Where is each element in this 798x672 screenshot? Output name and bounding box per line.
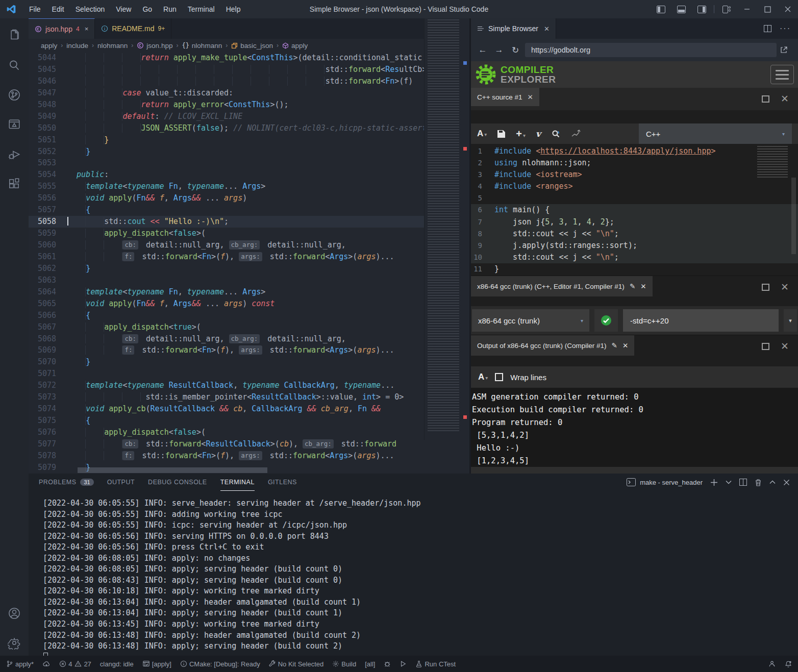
options-dropdown-icon[interactable]: ▾ <box>784 309 797 332</box>
activity-settings-icon[interactable] <box>0 630 29 656</box>
menu-run[interactable]: Run <box>158 5 182 13</box>
status-feedback[interactable] <box>768 660 776 667</box>
maximize-panel-icon[interactable] <box>769 480 776 484</box>
close-window-icon[interactable] <box>778 0 798 18</box>
menu-terminal[interactable]: Terminal <box>182 5 220 13</box>
wrap-lines-checkbox[interactable] <box>495 373 503 381</box>
breadcrumb-json.hpp[interactable]: json.hpp <box>137 42 172 49</box>
terminal-instance[interactable]: make - serve_header <box>627 478 703 486</box>
more-actions-icon[interactable]: ··· <box>780 24 791 33</box>
compiler-options-input[interactable]: -std=c++20 <box>623 309 779 332</box>
forward-icon[interactable]: → <box>492 45 506 55</box>
vim-mode-icon[interactable]: v <box>536 129 541 139</box>
open-external-icon[interactable] <box>780 46 793 54</box>
maximize-pane-icon[interactable] <box>762 284 769 291</box>
panel-tab-output[interactable]: OUTPUT <box>107 474 135 491</box>
terminal-dropdown-icon[interactable] <box>726 480 732 484</box>
reload-icon[interactable]: ↻ <box>509 45 522 56</box>
close-tab-icon[interactable]: × <box>85 25 89 33</box>
close-pane-icon[interactable]: ✕ <box>781 340 789 352</box>
tab-json.hpp[interactable]: json.hpp 4 × <box>29 18 95 39</box>
kill-terminal-icon[interactable] <box>755 479 762 486</box>
code-editor[interactable]: 5044 return apply_make_tuple<ConstThis>(… <box>29 52 468 474</box>
menu-help[interactable]: Help <box>220 5 246 13</box>
tab-README.md[interactable]: README.md 9+ <box>95 18 171 39</box>
menu-view[interactable]: View <box>110 5 137 13</box>
font-size-icon[interactable]: A▾ <box>477 129 487 139</box>
edit-output-name-icon[interactable]: ✎ <box>612 341 617 350</box>
toggle-sidebar-icon[interactable] <box>651 0 671 18</box>
activity-search-icon[interactable] <box>0 52 29 79</box>
status-git-branch[interactable]: apply* <box>6 660 34 668</box>
status-problems[interactable]: 427 <box>59 660 91 668</box>
close-compiler-icon[interactable]: ✕ <box>640 282 646 290</box>
compiler-pane-tab[interactable]: x86-64 gcc (trunk) (C++, Editor #1, Comp… <box>471 276 653 296</box>
terminal-content[interactable]: [2022-04-30 06:05:55] INFO: serve_header… <box>29 491 798 663</box>
new-terminal-icon[interactable] <box>710 479 718 486</box>
add-pane-icon[interactable]: +▾ <box>516 128 526 140</box>
activity-run-debug-icon[interactable] <box>0 141 29 167</box>
panel-tab-terminal[interactable]: TERMINAL <box>220 474 255 491</box>
close-source-icon[interactable]: ✕ <box>528 93 533 101</box>
customize-layout-icon[interactable] <box>716 0 737 18</box>
ce-logo-words[interactable]: COMPILER EXPLORER <box>501 65 556 84</box>
compiler-select[interactable]: x86-64 gcc (trunk) ▾ <box>472 309 589 332</box>
status-debug[interactable] <box>384 660 391 667</box>
activity-explorer-icon[interactable] <box>0 22 29 49</box>
horizontal-scrollbar[interactable] <box>78 467 267 473</box>
search-icon[interactable] <box>551 129 561 139</box>
maximize-icon[interactable] <box>757 0 778 18</box>
breadcrumb-apply[interactable]: apply <box>282 42 308 49</box>
font-size-icon[interactable]: A▾ <box>478 372 488 382</box>
status-notifications[interactable] <box>785 660 792 668</box>
save-icon[interactable] <box>497 130 506 138</box>
activity-source-control-icon[interactable] <box>0 82 29 108</box>
breadcrumb-basic_json[interactable]: basic_json <box>231 42 273 49</box>
close-output-icon[interactable]: ✕ <box>622 341 628 350</box>
activity-extensions-icon[interactable] <box>0 170 29 197</box>
status-clangd[interactable]: clangd: idle <box>100 660 134 668</box>
output-pane-tab[interactable]: Output of x86-64 gcc (trunk) (Compiler #… <box>471 335 634 356</box>
status-build[interactable]: Build <box>332 660 356 668</box>
edit-compiler-name-icon[interactable]: ✎ <box>630 282 635 290</box>
breadcrumb-include[interactable]: include <box>66 42 88 49</box>
menu-file[interactable]: File <box>23 5 46 13</box>
toggle-secondary-sidebar-icon[interactable] <box>691 0 712 18</box>
breadcrumb-nlohmann[interactable]: nlohmann <box>97 42 128 49</box>
godbolt-scrollbar[interactable] <box>791 178 796 254</box>
activity-cmake-icon[interactable] <box>0 111 29 138</box>
status-kit[interactable]: No Kit Selected <box>269 660 324 668</box>
toggle-panel-icon[interactable] <box>671 0 691 18</box>
status-cmake-project[interactable]: [apply] <box>142 660 171 668</box>
split-editor-icon[interactable] <box>764 25 771 32</box>
maximize-pane-icon[interactable] <box>762 343 769 350</box>
menu-edit[interactable]: Edit <box>46 5 70 13</box>
status-ctest[interactable]: Run CTest <box>415 660 456 668</box>
menu-go[interactable]: Go <box>137 5 158 13</box>
breadcrumb[interactable]: apply›include›nlohmann›json.hpp›{}nlohma… <box>29 39 468 52</box>
breadcrumb-apply[interactable]: apply <box>41 42 57 49</box>
tab-cpp-source[interactable]: C++ source #1 ✕ <box>471 88 539 106</box>
close-tab-icon[interactable]: ✕ <box>544 25 550 33</box>
status-cmake-status[interactable]: CMake: [Debug]: Ready <box>180 660 260 668</box>
quick-bench-icon[interactable] <box>571 129 581 138</box>
activity-account-icon[interactable] <box>0 600 29 627</box>
panel-tab-problems[interactable]: PROBLEMS31 <box>39 474 94 491</box>
back-icon[interactable]: ← <box>476 45 489 55</box>
breadcrumb-nlohmann[interactable]: {}nlohmann <box>182 42 222 49</box>
menu-selection[interactable]: Selection <box>70 5 111 13</box>
status-launch[interactable] <box>400 660 407 667</box>
url-input[interactable]: https://godbolt.org <box>525 43 777 57</box>
panel-tab-gitlens[interactable]: GITLENS <box>268 474 297 491</box>
minimap[interactable] <box>424 18 468 440</box>
close-panel-icon[interactable] <box>783 479 790 486</box>
minimize-icon[interactable] <box>737 0 757 18</box>
panel-tab-debug-console[interactable]: DEBUG CONSOLE <box>148 474 207 491</box>
hamburger-menu-icon[interactable] <box>770 65 794 84</box>
status-build-target[interactable]: [all] <box>365 660 375 668</box>
maximize-pane-icon[interactable] <box>762 95 769 103</box>
tab-simple-browser[interactable]: Simple Browser ✕ <box>471 18 556 39</box>
split-terminal-icon[interactable] <box>739 479 747 486</box>
language-select[interactable]: C++ ▾ <box>639 123 792 144</box>
close-pane-icon[interactable]: ✕ <box>781 93 789 105</box>
